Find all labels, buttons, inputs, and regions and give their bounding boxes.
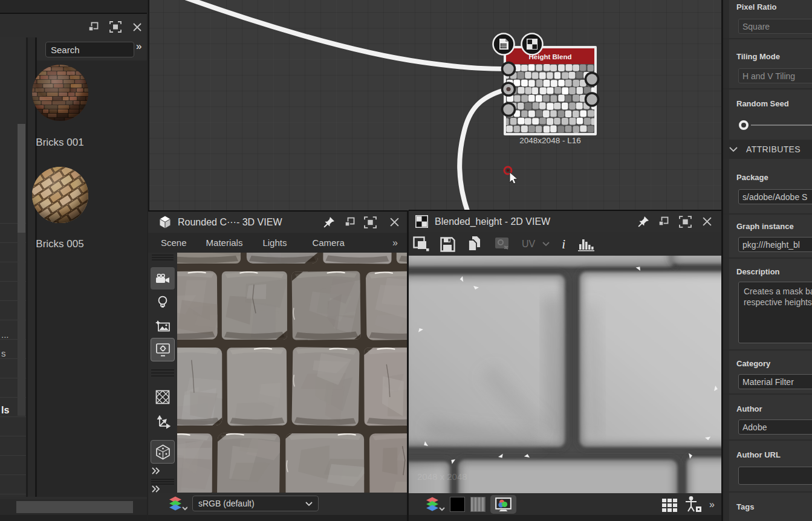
maximize-panel-icon[interactable] <box>679 216 692 228</box>
tiling-mode-dropdown[interactable]: H and V Tiling <box>738 68 812 83</box>
reload-image-icon-disabled[interactable] <box>495 237 510 251</box>
mouse-cursor <box>504 167 518 184</box>
library-search-row: » <box>37 37 147 60</box>
axis-tool-button[interactable] <box>151 412 175 434</box>
camera-tool-button[interactable] <box>151 267 175 290</box>
divider <box>723 38 812 39</box>
maximize-panel-icon[interactable] <box>364 216 377 228</box>
icon-graphic <box>148 366 177 386</box>
graph-instance-input[interactable]: pkg:///height_bl <box>738 237 812 252</box>
view3d-viewport[interactable] <box>177 253 407 493</box>
tree-item-fragment[interactable]: s <box>1 348 6 358</box>
search-expand-chevron[interactable]: » <box>136 40 141 53</box>
background-pattern-swatch[interactable] <box>470 497 486 512</box>
save-icon[interactable] <box>440 237 455 252</box>
author-input[interactable]: Adobe <box>738 419 812 435</box>
menu-scene[interactable]: Scene <box>161 238 187 248</box>
close-panel-icon[interactable] <box>132 22 142 32</box>
author-label: Author <box>736 404 762 413</box>
menu-camera[interactable]: Camera <box>312 238 344 248</box>
float-panel-icon[interactable] <box>88 22 99 32</box>
stones-3d-render <box>177 253 407 493</box>
random-seed-slider-knob[interactable] <box>739 120 749 130</box>
icon-graphic <box>158 215 172 229</box>
checker-icon <box>527 39 538 50</box>
node-badge-parameters[interactable] <box>493 34 515 55</box>
close-panel-icon[interactable] <box>389 217 400 227</box>
colorspace-dropdown[interactable]: sRGB (default) <box>192 496 319 511</box>
material-sphere-bricks-001[interactable] <box>31 64 89 121</box>
copy-icon[interactable] <box>467 236 482 252</box>
pixel-ratio-dropdown[interactable]: Square <box>738 19 812 34</box>
layers-stack-icon[interactable] <box>425 497 446 513</box>
icon-graphic <box>702 216 712 227</box>
background-black-swatch[interactable] <box>450 497 465 512</box>
material-thumb-bricks-005[interactable]: Bricks 005 <box>31 166 89 226</box>
pixel-ratio-label: Pixel Ratio <box>736 2 776 11</box>
cube-icon <box>158 215 172 229</box>
float-panel-icon[interactable] <box>345 217 355 227</box>
maximize-panel-icon[interactable] <box>109 21 122 33</box>
package-input[interactable]: s/adobe/Adobe S <box>738 189 812 204</box>
information-icon[interactable]: i <box>562 237 565 252</box>
chevron-down-icon <box>729 147 738 152</box>
view2d-titlebar[interactable]: Blended_height - 2D VIEW <box>409 210 721 232</box>
attributes-section-header[interactable]: ATTRIBUTES <box>723 140 812 159</box>
close-panel-icon[interactable] <box>702 216 712 227</box>
histogram-icon[interactable] <box>578 237 594 251</box>
pin-icon[interactable] <box>637 215 650 228</box>
toolbar-separator <box>151 479 174 484</box>
dice-icon <box>155 444 171 460</box>
menu-overflow-chevron[interactable]: » <box>392 238 398 248</box>
node-input-1[interactable] <box>502 63 515 76</box>
float-panel-icon[interactable] <box>658 216 669 227</box>
icon-graphic <box>684 496 702 513</box>
uv-mode-label-disabled[interactable]: UV <box>522 239 535 250</box>
toolbar-overflow-chevron[interactable]: » <box>709 499 715 510</box>
tree-item-fragment[interactable]: ... <box>1 329 9 340</box>
menu-lights[interactable]: Lights <box>262 238 287 248</box>
physical-size-button[interactable] <box>151 440 175 464</box>
toolbar-drag-handle <box>152 255 174 260</box>
pin-icon[interactable] <box>322 216 336 229</box>
grid-icon[interactable] <box>662 497 678 513</box>
node-size-caption: 2048x2048 - L16 <box>519 136 580 145</box>
view3d-bottombar: sRGB (default) <box>148 493 407 515</box>
light-tool-button[interactable] <box>151 293 175 313</box>
library-bottom-strip <box>0 515 147 521</box>
divider <box>723 257 812 259</box>
node-input-2[interactable] <box>502 83 515 95</box>
category-input[interactable]: Material Filter <box>738 374 812 389</box>
search-input[interactable] <box>45 42 134 57</box>
material-thumb-bricks-001[interactable]: Bricks 001 <box>31 64 89 124</box>
material-sphere-bricks-005[interactable] <box>31 166 89 224</box>
layers-stack-icon[interactable] <box>168 496 187 512</box>
library-horizontal-scrollbar-thumb[interactable] <box>16 501 133 513</box>
node-input-3[interactable] <box>502 103 515 116</box>
tree-item-fragment-selected[interactable]: ls <box>1 405 9 416</box>
display-settings-button[interactable] <box>151 338 175 361</box>
view3d-titlebar[interactable]: Rounded C···- 3D VIEW <box>148 210 407 233</box>
icon-graphic <box>413 236 430 252</box>
physical-scale-icon[interactable] <box>684 496 702 513</box>
window-buttons <box>88 21 142 33</box>
random-seed-slider-track[interactable] <box>751 125 812 126</box>
description-textarea[interactable]: Creates a mask based on the respective h… <box>738 282 812 343</box>
display-mode-button[interactable] <box>490 495 516 514</box>
author-url-input[interactable] <box>738 467 812 485</box>
icon-graphic <box>415 215 428 228</box>
library-vertical-scrollbar-thumb[interactable] <box>18 124 25 233</box>
thumb-label[interactable]: Bricks 001 <box>27 137 93 149</box>
view2d-canvas[interactable]: 2048 x 2048 <box>409 256 721 493</box>
attributes-title: ATTRIBUTES <box>746 144 801 154</box>
environment-tool-button[interactable] <box>151 315 175 335</box>
thumb-label[interactable]: Bricks 005 <box>27 238 93 250</box>
node-output-2[interactable] <box>586 93 599 106</box>
colorspace-value: sRGB (default) <box>198 499 255 508</box>
node-output-1[interactable] <box>586 73 599 86</box>
view2d-bottombar: » <box>409 493 721 516</box>
new-view-icon[interactable] <box>413 236 430 252</box>
menu-materials[interactable]: Materials <box>206 238 243 248</box>
geometry-tool-button[interactable] <box>151 386 175 408</box>
node-badge-output[interactable] <box>522 34 543 55</box>
